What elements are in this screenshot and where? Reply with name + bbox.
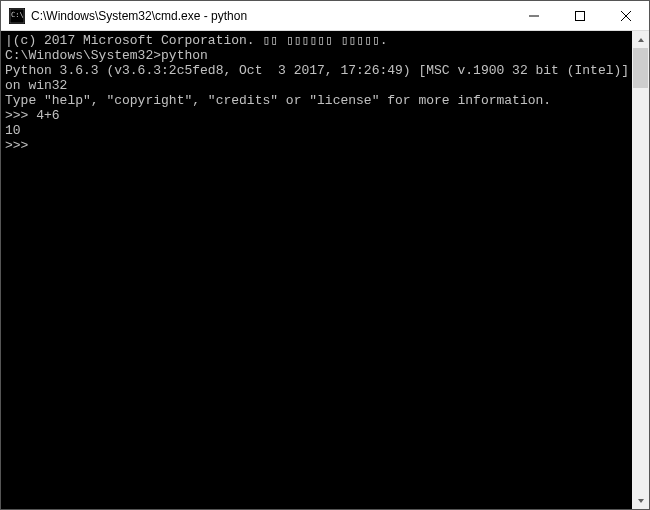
close-button[interactable] — [603, 1, 649, 30]
scroll-down-button[interactable] — [632, 492, 649, 509]
window-controls — [511, 1, 649, 30]
terminal-line: C:\Windows\System32>python — [5, 48, 632, 63]
svg-text:C:\: C:\ — [11, 11, 24, 19]
window-title: C:\Windows\System32\cmd.exe - python — [31, 9, 511, 23]
cmd-icon: C:\ — [9, 8, 25, 24]
vertical-scrollbar[interactable] — [632, 31, 649, 509]
scrollbar-track[interactable] — [632, 48, 649, 492]
cmd-window: C:\ C:\Windows\System32\cmd.exe - python… — [0, 0, 650, 510]
maximize-button[interactable] — [557, 1, 603, 30]
terminal-line: >>> 4+6 — [5, 108, 632, 123]
svg-rect-4 — [576, 11, 585, 20]
svg-marker-7 — [638, 38, 644, 42]
minimize-button[interactable] — [511, 1, 557, 30]
svg-marker-8 — [638, 499, 644, 503]
scrollbar-thumb[interactable] — [633, 48, 648, 88]
terminal-line: 10 — [5, 123, 632, 138]
terminal-line: >>> — [5, 138, 632, 153]
terminal-line: Type "help", "copyright", "credits" or "… — [5, 93, 632, 108]
client-area: |(c) 2017 Microsoft Corporation. ▯▯ ▯▯▯▯… — [1, 31, 649, 509]
titlebar[interactable]: C:\ C:\Windows\System32\cmd.exe - python — [1, 1, 649, 31]
terminal-output[interactable]: |(c) 2017 Microsoft Corporation. ▯▯ ▯▯▯▯… — [1, 31, 632, 509]
terminal-line: Python 3.6.3 (v3.6.3:2c5fed8, Oct 3 2017… — [5, 63, 632, 93]
scroll-up-button[interactable] — [632, 31, 649, 48]
terminal-line: |(c) 2017 Microsoft Corporation. ▯▯ ▯▯▯▯… — [5, 33, 632, 48]
